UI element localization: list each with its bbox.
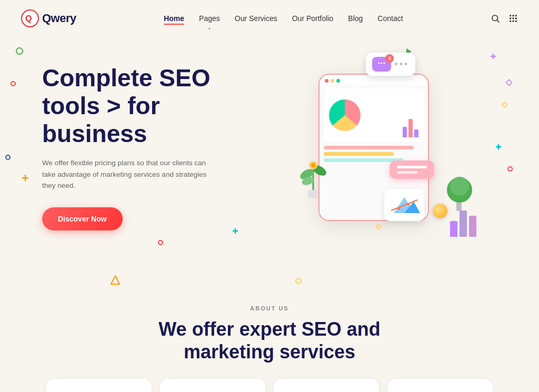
bar-chart-bar-1: [450, 221, 457, 237]
nav-our-services[interactable]: Our Services: [235, 14, 277, 23]
deco-circle-green: [16, 47, 23, 57]
svg-marker-50: [111, 276, 119, 284]
nav-links: Home Pages Our Services Our Portfolio Bl…: [164, 14, 403, 23]
svg-point-39: [311, 163, 315, 167]
svg-point-22: [503, 103, 507, 107]
deco-circle-outline-right: [507, 164, 513, 174]
pink-line-1: [397, 166, 427, 168]
discover-now-button[interactable]: Discover Now: [42, 207, 123, 230]
svg-rect-10: [510, 21, 511, 22]
navbar: Q Qwery Home Pages Our Services Our Port…: [0, 0, 539, 37]
deco-diamond-bottom: [295, 277, 302, 287]
svg-point-42: [450, 177, 469, 196]
nav-our-portfolio[interactable]: Our Portfolio: [292, 14, 334, 23]
svg-rect-6: [515, 15, 517, 16]
svg-rect-7: [510, 18, 511, 19]
deco-cross-orange-left: [21, 174, 29, 184]
gold-sphere: [433, 204, 447, 218]
line-items: [324, 146, 424, 162]
mountain-card: [384, 189, 424, 221]
svg-point-2: [492, 15, 498, 21]
deco-circle-mid-bottom: [158, 238, 163, 247]
bar-chart-bar-2: [460, 210, 467, 237]
nav-home[interactable]: Home: [164, 14, 184, 23]
notification-badge: 5: [385, 54, 394, 63]
hero-content: Complete SEO tools > for business We off…: [42, 64, 256, 230]
grid-icon: [508, 14, 518, 23]
service-cards-row: 🏆: [21, 379, 518, 392]
svg-rect-33: [308, 190, 318, 198]
pink-message-card: [390, 160, 434, 179]
hero-subtitle: We offer flexible pricing plans so that …: [42, 157, 221, 192]
svg-marker-24: [378, 67, 381, 69]
service-card-4[interactable]: [387, 379, 493, 392]
chat-bubble-widget: 5 •••: [366, 53, 415, 76]
pink-line-2: [397, 171, 418, 174]
deco-triangle-left: [111, 275, 120, 287]
plant-decoration: [297, 150, 329, 205]
chat-icon: 5: [372, 57, 391, 72]
nav-contact[interactable]: Contact: [377, 14, 403, 23]
dot-yellow: [331, 79, 334, 83]
phone-header: [320, 75, 428, 85]
svg-point-17: [6, 155, 10, 159]
svg-line-52: [298, 281, 302, 284]
svg-point-46: [158, 240, 163, 245]
search-icon: [491, 14, 500, 23]
pie-chart: [329, 99, 361, 131]
nav-blog[interactable]: Blog: [348, 14, 363, 23]
logo-icon: Q: [21, 9, 39, 27]
svg-point-27: [384, 63, 385, 64]
about-tag: ABOUT US: [21, 305, 518, 311]
chart-area: [324, 89, 424, 142]
bar-chart-bar-3: [469, 216, 476, 237]
about-title: We offer expert SEO and marketing servic…: [138, 318, 401, 363]
brand-name: Qwery: [42, 12, 76, 25]
svg-rect-5: [512, 15, 514, 16]
about-section: ABOUT US We offer expert SEO and marketi…: [0, 289, 539, 392]
svg-point-31: [398, 208, 400, 210]
svg-point-13: [16, 48, 23, 54]
svg-text:Q: Q: [25, 14, 32, 23]
svg-point-14: [11, 82, 15, 86]
svg-point-45: [508, 167, 512, 171]
grid-menu-button[interactable]: [508, 14, 518, 23]
svg-rect-9: [515, 18, 517, 19]
service-card-1[interactable]: 🏆: [46, 379, 152, 392]
tree-decoration: [445, 172, 474, 216]
nav-actions: [491, 14, 518, 23]
svg-line-53: [295, 281, 298, 284]
search-button[interactable]: [491, 14, 500, 23]
dot-green: [336, 79, 340, 83]
svg-point-32: [407, 203, 410, 205]
svg-rect-4: [510, 15, 511, 16]
decoration-row: [0, 268, 539, 289]
service-card-2[interactable]: [160, 379, 265, 392]
svg-rect-21: [506, 79, 512, 85]
logo[interactable]: Q Qwery: [21, 9, 76, 27]
bar-chart-small: [403, 119, 418, 137]
deco-yellow-circle-right: [502, 100, 507, 109]
deco-cross-mid-right: [495, 143, 502, 153]
service-card-3[interactable]: [274, 379, 379, 392]
svg-rect-11: [512, 21, 514, 22]
mountain-svg: [388, 192, 420, 216]
svg-line-51: [298, 278, 302, 281]
hero-section: Complete SEO tools > for business We off…: [0, 37, 539, 268]
svg-line-54: [295, 278, 298, 281]
deco-cross-top-right: [490, 53, 497, 62]
tree-svg: [445, 172, 474, 214]
deco-circle-blue-left: [5, 153, 11, 162]
chat-dots: •••: [394, 59, 409, 70]
svg-point-26: [381, 63, 383, 64]
svg-point-25: [378, 63, 380, 64]
svg-rect-12: [515, 21, 517, 22]
deco-diamond-right: [505, 79, 513, 88]
bar-chart-decoration: [450, 210, 476, 237]
hero-illustration: 5 •••: [297, 53, 476, 242]
svg-line-3: [497, 20, 499, 22]
hero-image-area: 5 •••: [256, 47, 518, 247]
hero-title: Complete SEO tools > for business: [42, 64, 256, 148]
nav-pages[interactable]: Pages: [199, 14, 220, 23]
dot-red: [325, 79, 328, 83]
